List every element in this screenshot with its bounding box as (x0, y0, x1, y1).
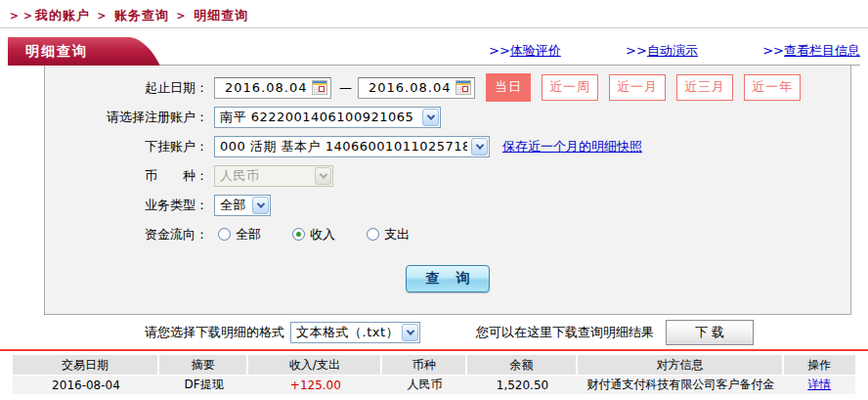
snapshot-link[interactable]: 保存近一个月的明细快照 (502, 138, 642, 156)
cell-action: 详情 (784, 376, 855, 394)
fund-flow-radio-group: 全部 收入 支出 (218, 226, 441, 244)
cell-trade-date: 2016-08-04 (13, 376, 159, 394)
download-format-label: 请您选择下载明细的格式 (145, 324, 284, 341)
fund-flow-option-income[interactable]: 收入 (292, 226, 335, 244)
date-range-row: 起止日期： 2016.08.04 — 2016.08.04 当日 近一周 近一月… (45, 73, 850, 102)
start-date-input[interactable]: 2016.08.04 (214, 77, 331, 99)
sub-account-label: 下挂账户： (45, 138, 208, 156)
currency-label: 币 种： (45, 167, 208, 185)
breadcrumb-separator: ＞ (90, 8, 114, 22)
breadcrumb-item-account-query[interactable]: 账务查询 (114, 8, 169, 22)
link-experience-review[interactable]: >>体验评价 (489, 42, 561, 60)
download-hint: 您可以在这里下载查询明细结果 (476, 324, 654, 341)
chevron-down-icon[interactable] (471, 138, 488, 156)
header-trade-date: 交易日期 (13, 355, 159, 375)
result-table: 交易日期 摘要 收入/支出 币种 余额 对方信息 操作 2016-08-04 D… (13, 355, 855, 394)
query-button-row: 查 询 (45, 265, 850, 292)
date-range-dash: — (339, 80, 352, 95)
detail-link[interactable]: 详情 (807, 377, 831, 393)
breadcrumb-divider (0, 27, 868, 28)
sub-account-select[interactable]: 000 活期 基本户 1406600101102571848 (214, 136, 490, 157)
radio-icon[interactable] (367, 228, 379, 241)
calendar-icon[interactable] (456, 80, 471, 95)
currency-value: 人民币 (220, 167, 311, 185)
table-top-divider (0, 349, 868, 351)
breadcrumb: ＞＞我的账户 ＞ 账务查询 ＞ 明细查询 (8, 7, 248, 24)
calendar-icon[interactable] (312, 80, 327, 95)
link-column-info[interactable]: >>查看栏目信息 (762, 42, 860, 60)
sub-account-row: 下挂账户： 000 活期 基本户 1406600101102571848 保存近… (45, 132, 850, 160)
header-income-expense: 收入/支出 (248, 355, 382, 375)
currency-row: 币 种： 人民币 (45, 161, 850, 190)
chevron-down-icon (315, 167, 331, 185)
business-type-row: 业务类型： 全部 (45, 191, 850, 219)
download-format-select[interactable]: 文本格式（.txt） (290, 322, 420, 343)
breadcrumb-separator: ＞ (169, 8, 194, 22)
header-balance: 余额 (467, 355, 579, 375)
end-date-value: 2016.08.04 (369, 80, 456, 95)
registered-account-row: 请选择注册账户： 南平 6222001406100921065 灵通卡 (45, 103, 850, 131)
cell-summary: DF提现 (159, 376, 248, 394)
quick-range-week-button[interactable]: 近一周 (542, 74, 598, 101)
end-date-input[interactable]: 2016.08.04 (358, 77, 475, 99)
query-button[interactable]: 查 询 (406, 265, 490, 292)
business-type-select[interactable]: 全部 (214, 195, 271, 216)
fund-flow-label: 资金流向： (45, 226, 208, 244)
cell-amount: +125.00 (248, 376, 382, 394)
registered-account-value: 南平 6222001406100921065 灵通卡 (220, 109, 418, 126)
header-summary: 摘要 (159, 355, 248, 375)
registered-account-label: 请选择注册账户： (45, 109, 208, 126)
query-form-panel: 起止日期： 2016.08.04 — 2016.08.04 当日 近一周 近一月… (44, 66, 851, 315)
download-button[interactable]: 下载 (666, 320, 754, 345)
download-format-value: 文本格式（.txt） (296, 324, 398, 341)
tab-label: 明细查询 (25, 43, 88, 61)
download-row: 请您选择下载明细的格式 文本格式（.txt） 您可以在这里下载查询明细结果 下载 (0, 320, 868, 345)
fund-flow-option-expense[interactable]: 支出 (367, 226, 410, 244)
currency-select: 人民币 (214, 165, 333, 187)
header-currency: 币种 (382, 355, 466, 375)
radio-icon[interactable] (218, 228, 231, 241)
date-range-label: 起止日期： (45, 79, 208, 97)
chevron-down-icon[interactable] (422, 109, 439, 126)
header-action: 操作 (784, 355, 855, 375)
chevron-down-icon[interactable] (402, 324, 418, 341)
table-header-row: 交易日期 摘要 收入/支出 币种 余额 对方信息 操作 (13, 355, 855, 375)
link-auto-demo[interactable]: >>自动演示 (626, 42, 698, 60)
breadcrumb-item-detail-query[interactable]: 明细查询 (194, 8, 248, 22)
cell-counterparty: 财付通支付科技有限公司客户备付金 (578, 376, 783, 394)
header-counterparty: 对方信息 (578, 355, 783, 375)
quick-range-year-button[interactable]: 近一年 (744, 74, 801, 101)
breadcrumb-item-my-account[interactable]: 我的账户 (35, 8, 90, 22)
breadcrumb-prefix: ＞＞ (8, 8, 35, 22)
chevron-down-icon[interactable] (252, 197, 269, 214)
fund-flow-option-all[interactable]: 全部 (218, 226, 261, 244)
quick-range-month-button[interactable]: 近一月 (609, 74, 666, 101)
cell-currency: 人民币 (382, 376, 466, 394)
quick-range-today-button[interactable]: 当日 (486, 73, 531, 102)
registered-account-select[interactable]: 南平 6222001406100921065 灵通卡 (214, 107, 441, 128)
quick-range-quarter-button[interactable]: 近三月 (676, 74, 733, 101)
radio-icon[interactable] (292, 228, 305, 241)
sub-account-value: 000 活期 基本户 1406600101102571848 (220, 138, 467, 156)
fund-flow-row: 资金流向： 全部 收入 支出 (45, 220, 850, 248)
top-links: >>体验评价 >>自动演示 >>查看栏目信息 (489, 42, 860, 60)
cell-balance: 1,520.50 (467, 376, 579, 394)
tab-detail-query[interactable]: 明细查询 (8, 37, 127, 66)
business-type-value: 全部 (220, 197, 248, 214)
start-date-value: 2016.08.04 (225, 80, 312, 95)
business-type-label: 业务类型： (45, 197, 208, 214)
table-row: 2016-08-04 DF提现 +125.00 人民币 1,520.50 财付通… (13, 376, 855, 394)
